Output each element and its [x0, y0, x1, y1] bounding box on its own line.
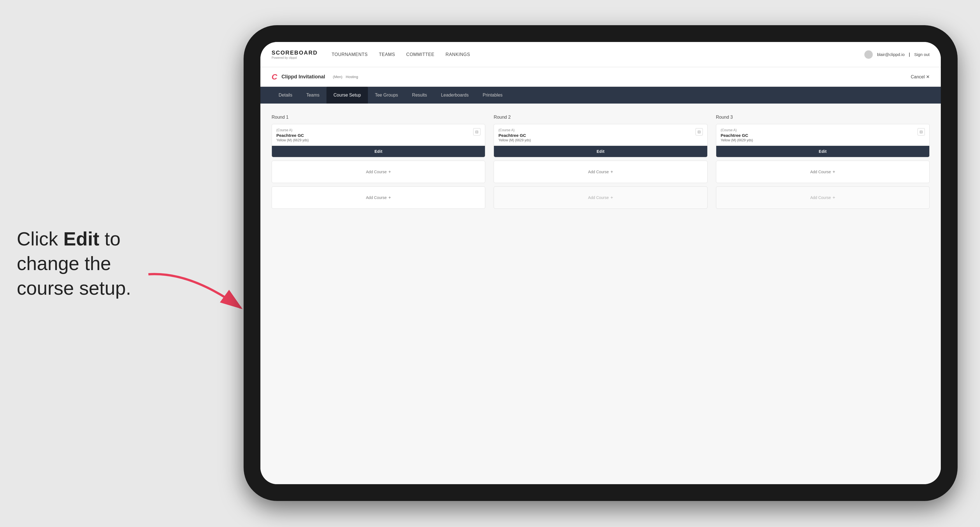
round-1-course-label: (Course A): [276, 128, 473, 132]
tab-course-setup[interactable]: Course Setup: [326, 87, 368, 103]
content-area: Round 1 (Course A) Peachtree GC Yellow (…: [260, 103, 941, 484]
round-2-title: Round 2: [494, 115, 707, 120]
round-3-course-card: (Course A) Peachtree GC Yellow (M) (6629…: [716, 124, 930, 157]
round-2-column: Round 2 (Course A) Peachtree GC Yellow (…: [494, 115, 707, 212]
round-2-course-info: (Course A) Peachtree GC Yellow (M) (6629…: [498, 128, 695, 142]
tab-printables[interactable]: Printables: [476, 87, 510, 103]
round-1-course-name: Peachtree GC: [276, 133, 473, 138]
round-3-delete-button[interactable]: ⊟: [918, 128, 925, 135]
round-3-course-header: (Course A) Peachtree GC Yellow (M) (6629…: [716, 124, 929, 146]
tab-tee-groups[interactable]: Tee Groups: [368, 87, 405, 103]
round-2-course-label: (Course A): [498, 128, 695, 132]
round-2-add-course-2: Add Course +: [494, 186, 707, 209]
instruction-text: Click Edit tochange thecourse setup.: [17, 226, 131, 301]
tabs-bar: Details Teams Course Setup Tee Groups Re…: [260, 87, 941, 103]
round-2-edit-button[interactable]: Edit: [494, 146, 707, 157]
round-1-delete-button[interactable]: ⊟: [473, 128, 480, 135]
round-1-edit-button[interactable]: Edit: [272, 146, 485, 157]
tab-results[interactable]: Results: [405, 87, 434, 103]
round-1-course-details: Yellow (M) (6629 yds): [276, 138, 473, 142]
round-3-course-label: (Course A): [721, 128, 918, 132]
round-1-add-course-2[interactable]: Add Course +: [272, 186, 485, 209]
user-email: blair@clippd.io: [877, 52, 905, 57]
top-nav: SCOREBOARD Powered by clippd TOURNAMENTS…: [260, 42, 941, 67]
tab-leaderboards[interactable]: Leaderboards: [434, 87, 476, 103]
brand-name: SCOREBOARD: [272, 49, 318, 56]
hosting-status: Hosting: [346, 75, 358, 79]
round-1-course-card: (Course A) Peachtree GC Yellow (M) (6629…: [272, 124, 485, 157]
round-1-add-course-1[interactable]: Add Course +: [272, 160, 485, 183]
round-3-course-name: Peachtree GC: [721, 133, 918, 138]
round-1-course-header: (Course A) Peachtree GC Yellow (M) (6629…: [272, 124, 485, 146]
powered-by: Powered by clippd: [272, 56, 318, 59]
gender-value: (Men): [333, 75, 342, 79]
tablet-screen: SCOREBOARD Powered by clippd TOURNAMENTS…: [260, 42, 941, 484]
sign-out-link[interactable]: Sign out: [914, 52, 930, 57]
round-2-course-name: Peachtree GC: [498, 133, 695, 138]
round-3-add-course-1[interactable]: Add Course +: [716, 160, 930, 183]
round-1-title: Round 1: [272, 115, 485, 120]
round-3-title: Round 3: [716, 115, 930, 120]
round-1-course-info: (Course A) Peachtree GC Yellow (M) (6629…: [276, 128, 473, 142]
tournament-name: Clippd Invitational: [282, 74, 325, 80]
rounds-grid: Round 1 (Course A) Peachtree GC Yellow (…: [272, 115, 930, 212]
separator: |: [909, 52, 910, 57]
clippd-logo: C: [272, 73, 277, 81]
nav-rankings[interactable]: RANKINGS: [445, 51, 470, 59]
round-3-edit-button[interactable]: Edit: [716, 146, 929, 157]
round-2-add-course-1[interactable]: Add Course +: [494, 160, 707, 183]
nav-teams[interactable]: TEAMS: [379, 51, 395, 59]
round-2-course-header: (Course A) Peachtree GC Yellow (M) (6629…: [494, 124, 707, 146]
tournament-bar: C Clippd Invitational (Men) Hosting Canc…: [260, 67, 941, 87]
nav-links: TOURNAMENTS TEAMS COMMITTEE RANKINGS: [331, 51, 864, 59]
brand-logo: SCOREBOARD Powered by clippd: [272, 49, 318, 59]
user-avatar: [864, 50, 873, 59]
round-3-course-info: (Course A) Peachtree GC Yellow (M) (6629…: [721, 128, 918, 142]
tab-details[interactable]: Details: [272, 87, 299, 103]
round-1-column: Round 1 (Course A) Peachtree GC Yellow (…: [272, 115, 485, 212]
gender-label: [328, 75, 329, 79]
round-2-course-card: (Course A) Peachtree GC Yellow (M) (6629…: [494, 124, 707, 157]
tablet-device: SCOREBOARD Powered by clippd TOURNAMENTS…: [243, 25, 958, 501]
round-3-course-details: Yellow (M) (6629 yds): [721, 138, 918, 142]
round-2-course-details: Yellow (M) (6629 yds): [498, 138, 695, 142]
round-3-add-course-2: Add Course +: [716, 186, 930, 209]
tab-teams[interactable]: Teams: [299, 87, 326, 103]
nav-tournaments[interactable]: TOURNAMENTS: [331, 51, 368, 59]
cancel-button[interactable]: Cancel ✕: [911, 74, 930, 79]
nav-committee[interactable]: COMMITTEE: [406, 51, 434, 59]
round-3-column: Round 3 (Course A) Peachtree GC Yellow (…: [716, 115, 930, 212]
instruction-bold: Edit: [63, 228, 99, 249]
round-2-delete-button[interactable]: ⊟: [695, 128, 703, 135]
nav-right: blair@clippd.io | Sign out: [864, 50, 930, 59]
